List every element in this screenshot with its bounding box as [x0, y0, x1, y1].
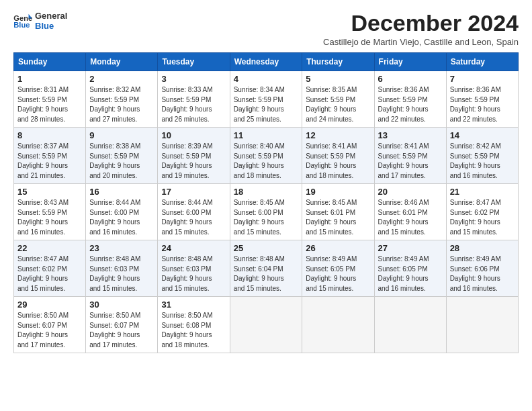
calendar-cell: 1Sunrise: 8:31 AM Sunset: 5:59 PM Daylig… — [14, 71, 86, 128]
day-info: Sunrise: 8:49 AM Sunset: 6:05 PM Dayligh… — [378, 255, 443, 293]
day-info: Sunrise: 8:40 AM Sunset: 5:59 PM Dayligh… — [234, 142, 299, 181]
header: General Blue General Blue December 2024 … — [13, 11, 519, 47]
day-header-wednesday: Wednesday — [230, 53, 302, 71]
day-number: 20 — [378, 187, 443, 197]
svg-text:Blue: Blue — [13, 21, 30, 29]
day-info: Sunrise: 8:45 AM Sunset: 6:01 PM Dayligh… — [306, 198, 370, 237]
calendar-cell — [446, 297, 518, 353]
day-number: 26 — [306, 243, 370, 253]
calendar-cell: 19Sunrise: 8:45 AM Sunset: 6:01 PM Dayli… — [302, 184, 374, 240]
day-info: Sunrise: 8:46 AM Sunset: 6:01 PM Dayligh… — [378, 198, 443, 237]
calendar-cell: 30Sunrise: 8:50 AM Sunset: 6:07 PM Dayli… — [86, 297, 158, 353]
day-info: Sunrise: 8:48 AM Sunset: 6:03 PM Dayligh… — [161, 255, 226, 293]
calendar-cell: 26Sunrise: 8:49 AM Sunset: 6:05 PM Dayli… — [302, 240, 374, 297]
day-header-thursday: Thursday — [302, 53, 374, 71]
day-number: 30 — [89, 300, 154, 310]
calendar-cell: 23Sunrise: 8:48 AM Sunset: 6:03 PM Dayli… — [86, 240, 158, 297]
location-subtitle: Castillejo de Martin Viejo, Castille and… — [323, 37, 519, 47]
calendar-cell: 13Sunrise: 8:41 AM Sunset: 5:59 PM Dayli… — [374, 128, 446, 184]
logo-line2: Blue — [35, 21, 67, 31]
calendar-cell: 27Sunrise: 8:49 AM Sunset: 6:05 PM Dayli… — [374, 240, 446, 297]
month-title: December 2024 — [323, 11, 519, 36]
day-number: 12 — [306, 130, 370, 140]
calendar-cell: 7Sunrise: 8:36 AM Sunset: 5:59 PM Daylig… — [446, 71, 518, 128]
calendar-cell — [302, 297, 374, 353]
title-area: December 2024 Castillejo de Martin Viejo… — [323, 11, 519, 47]
calendar-cell: 21Sunrise: 8:47 AM Sunset: 6:02 PM Dayli… — [446, 184, 518, 240]
calendar-cell: 9Sunrise: 8:38 AM Sunset: 5:59 PM Daylig… — [86, 128, 158, 184]
day-header-sunday: Sunday — [14, 53, 86, 71]
day-info: Sunrise: 8:44 AM Sunset: 6:00 PM Dayligh… — [161, 198, 226, 237]
day-number: 13 — [378, 130, 443, 140]
day-number: 7 — [450, 74, 515, 84]
day-number: 27 — [378, 243, 443, 253]
calendar-cell: 8Sunrise: 8:37 AM Sunset: 5:59 PM Daylig… — [14, 128, 86, 184]
calendar-cell — [374, 297, 446, 353]
day-info: Sunrise: 8:36 AM Sunset: 5:59 PM Dayligh… — [450, 85, 515, 124]
calendar-cell: 10Sunrise: 8:39 AM Sunset: 5:59 PM Dayli… — [158, 128, 230, 184]
calendar-cell: 25Sunrise: 8:48 AM Sunset: 6:04 PM Dayli… — [230, 240, 302, 297]
calendar-cell: 29Sunrise: 8:50 AM Sunset: 6:07 PM Dayli… — [14, 297, 86, 353]
calendar-cell: 4Sunrise: 8:34 AM Sunset: 5:59 PM Daylig… — [230, 71, 302, 128]
day-info: Sunrise: 8:42 AM Sunset: 5:59 PM Dayligh… — [450, 142, 515, 181]
day-info: Sunrise: 8:43 AM Sunset: 5:59 PM Dayligh… — [17, 198, 82, 237]
day-info: Sunrise: 8:48 AM Sunset: 6:04 PM Dayligh… — [234, 255, 299, 293]
calendar-cell: 18Sunrise: 8:45 AM Sunset: 6:00 PM Dayli… — [230, 184, 302, 240]
day-number: 8 — [17, 130, 82, 140]
calendar-cell: 14Sunrise: 8:42 AM Sunset: 5:59 PM Dayli… — [446, 128, 518, 184]
calendar: SundayMondayTuesdayWednesdayThursdayFrid… — [13, 52, 519, 353]
day-info: Sunrise: 8:49 AM Sunset: 6:06 PM Dayligh… — [450, 255, 515, 293]
day-info: Sunrise: 8:41 AM Sunset: 5:59 PM Dayligh… — [306, 142, 370, 181]
day-header-friday: Friday — [374, 53, 446, 71]
day-number: 6 — [378, 74, 443, 84]
calendar-cell: 20Sunrise: 8:46 AM Sunset: 6:01 PM Dayli… — [374, 184, 446, 240]
day-info: Sunrise: 8:41 AM Sunset: 5:59 PM Dayligh… — [378, 142, 443, 181]
day-info: Sunrise: 8:47 AM Sunset: 6:02 PM Dayligh… — [450, 198, 515, 237]
day-header-tuesday: Tuesday — [158, 53, 230, 71]
calendar-cell: 12Sunrise: 8:41 AM Sunset: 5:59 PM Dayli… — [302, 128, 374, 184]
day-number: 31 — [161, 300, 226, 310]
day-number: 2 — [89, 74, 154, 84]
day-header-saturday: Saturday — [446, 53, 518, 71]
day-info: Sunrise: 8:39 AM Sunset: 5:59 PM Dayligh… — [161, 142, 226, 181]
calendar-cell: 15Sunrise: 8:43 AM Sunset: 5:59 PM Dayli… — [14, 184, 86, 240]
day-info: Sunrise: 8:45 AM Sunset: 6:00 PM Dayligh… — [234, 198, 299, 237]
day-info: Sunrise: 8:33 AM Sunset: 5:59 PM Dayligh… — [161, 85, 226, 124]
day-number: 25 — [234, 243, 299, 253]
day-number: 21 — [450, 187, 515, 197]
day-number: 3 — [161, 74, 226, 84]
day-info: Sunrise: 8:50 AM Sunset: 6:08 PM Dayligh… — [161, 311, 226, 350]
calendar-cell: 24Sunrise: 8:48 AM Sunset: 6:03 PM Dayli… — [158, 240, 230, 297]
day-info: Sunrise: 8:31 AM Sunset: 5:59 PM Dayligh… — [17, 85, 82, 124]
calendar-cell: 17Sunrise: 8:44 AM Sunset: 6:00 PM Dayli… — [158, 184, 230, 240]
day-number: 14 — [450, 130, 515, 140]
day-info: Sunrise: 8:38 AM Sunset: 5:59 PM Dayligh… — [89, 142, 154, 181]
logo-line1: General — [35, 11, 67, 21]
calendar-cell: 3Sunrise: 8:33 AM Sunset: 5:59 PM Daylig… — [158, 71, 230, 128]
day-info: Sunrise: 8:32 AM Sunset: 5:59 PM Dayligh… — [89, 85, 154, 124]
calendar-cell: 16Sunrise: 8:44 AM Sunset: 6:00 PM Dayli… — [86, 184, 158, 240]
day-info: Sunrise: 8:50 AM Sunset: 6:07 PM Dayligh… — [89, 311, 154, 350]
day-number: 22 — [17, 243, 82, 253]
calendar-cell — [230, 297, 302, 353]
calendar-cell: 28Sunrise: 8:49 AM Sunset: 6:06 PM Dayli… — [446, 240, 518, 297]
day-number: 29 — [17, 300, 82, 310]
day-number: 1 — [17, 74, 82, 84]
day-info: Sunrise: 8:44 AM Sunset: 6:00 PM Dayligh… — [89, 198, 154, 237]
day-number: 11 — [234, 130, 299, 140]
day-number: 5 — [306, 74, 370, 84]
calendar-cell: 6Sunrise: 8:36 AM Sunset: 5:59 PM Daylig… — [374, 71, 446, 128]
day-number: 16 — [89, 187, 154, 197]
day-number: 24 — [161, 243, 226, 253]
day-info: Sunrise: 8:34 AM Sunset: 5:59 PM Dayligh… — [234, 85, 299, 124]
calendar-cell: 31Sunrise: 8:50 AM Sunset: 6:08 PM Dayli… — [158, 297, 230, 353]
day-number: 19 — [306, 187, 370, 197]
day-info: Sunrise: 8:37 AM Sunset: 5:59 PM Dayligh… — [17, 142, 82, 181]
day-info: Sunrise: 8:49 AM Sunset: 6:05 PM Dayligh… — [306, 255, 370, 293]
calendar-cell: 11Sunrise: 8:40 AM Sunset: 5:59 PM Dayli… — [230, 128, 302, 184]
day-number: 10 — [161, 130, 226, 140]
day-number: 18 — [234, 187, 299, 197]
day-number: 28 — [450, 243, 515, 253]
day-info: Sunrise: 8:35 AM Sunset: 5:59 PM Dayligh… — [306, 85, 370, 124]
day-number: 15 — [17, 187, 82, 197]
